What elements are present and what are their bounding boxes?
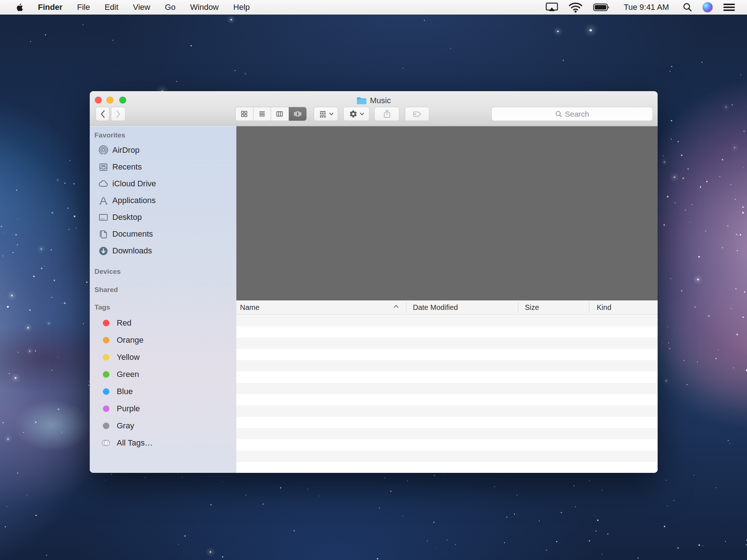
sidebar-tag-blue[interactable]: Blue	[90, 383, 236, 400]
sidebar-tag-purple[interactable]: Purple	[90, 400, 236, 417]
menu-clock[interactable]: Tue 9:41 AM	[620, 3, 673, 12]
file-view: Name Date Modified Size Kind	[236, 126, 658, 473]
desktop: { "menu_bar": { "app_name": "Finder", "m…	[0, 0, 747, 560]
chevron-down-icon	[360, 113, 364, 116]
tag-color-dot	[103, 388, 109, 395]
sidebar-tag-yellow[interactable]: Yellow	[90, 349, 236, 366]
edit-tags-button[interactable]	[405, 107, 429, 121]
column-header-date-modified[interactable]: Date Modified	[413, 300, 458, 314]
applications-icon	[98, 195, 109, 206]
search-icon	[555, 110, 562, 118]
sidebar-item-documents[interactable]: Documents	[90, 226, 236, 242]
gear-icon	[349, 110, 357, 118]
menu-file[interactable]: File	[77, 3, 90, 12]
sidebar-section-favorites: Favorites	[94, 131, 125, 139]
gallery-preview-area[interactable]	[236, 126, 658, 300]
view-as-columns-button[interactable]	[271, 107, 289, 121]
sidebar-item-desktop[interactable]: Desktop	[90, 209, 236, 226]
list-header: Name Date Modified Size Kind	[236, 300, 658, 315]
view-as-gallery-button[interactable]	[289, 107, 307, 121]
sidebar-item-airdrop[interactable]: AirDrop	[90, 142, 236, 159]
view-as-icons-button[interactable]	[236, 107, 253, 121]
desktop-icon	[98, 212, 109, 223]
sidebar-item-recents[interactable]: Recents	[90, 159, 236, 175]
tag-color-dot	[103, 354, 109, 361]
tag-color-dot	[103, 337, 109, 343]
sidebar-section-shared: Shared	[94, 286, 118, 294]
menu-edit[interactable]: Edit	[105, 3, 119, 12]
share-button[interactable]	[374, 107, 399, 121]
sidebar-item-all-tags[interactable]: All Tags…	[90, 435, 236, 451]
window-title-area: Music	[90, 96, 658, 106]
downloads-icon	[98, 245, 109, 256]
notification-center-icon[interactable]	[723, 3, 735, 12]
icloud-drive-icon	[98, 178, 109, 189]
menu-go[interactable]: Go	[165, 3, 175, 12]
chevron-down-icon	[329, 113, 333, 116]
menu-bar: Finder File Edit View Go Window Help Tue…	[0, 0, 747, 15]
window-titlebar: Music	[90, 91, 658, 126]
sidebar-item-icloud-drive[interactable]: iCloud Drive	[90, 175, 236, 192]
column-header-size[interactable]: Size	[525, 300, 539, 314]
all-tags-icon	[101, 438, 111, 448]
spotlight-icon[interactable]	[683, 3, 692, 12]
tag-color-dot	[103, 371, 109, 378]
sidebar: Favorites AirDrop Recents iCloud Drive	[90, 126, 236, 473]
window-title: Music	[370, 96, 391, 105]
recents-icon	[98, 162, 109, 172]
sidebar-tag-orange[interactable]: Orange	[90, 332, 236, 349]
sort-ascending-icon	[393, 304, 399, 308]
group-by-button[interactable]	[314, 107, 338, 121]
sidebar-tag-red[interactable]: Red	[90, 315, 236, 331]
battery-icon[interactable]	[593, 3, 610, 12]
view-as-list-button[interactable]	[253, 107, 271, 121]
tag-color-dot	[103, 405, 109, 412]
tag-color-dot	[103, 423, 109, 429]
sidebar-tag-green[interactable]: Green	[90, 366, 236, 383]
menu-window[interactable]: Window	[190, 3, 218, 12]
airplay-icon[interactable]	[546, 3, 558, 12]
documents-icon	[98, 229, 109, 240]
folder-icon	[356, 97, 367, 105]
sidebar-section-devices: Devices	[94, 268, 121, 276]
sidebar-item-downloads[interactable]: Downloads	[90, 242, 236, 259]
finder-window: Music	[90, 91, 658, 473]
column-header-kind[interactable]: Kind	[597, 300, 611, 314]
forward-button[interactable]	[111, 107, 125, 121]
view-mode-segmented-control	[235, 107, 307, 121]
action-menu-button[interactable]	[343, 107, 369, 121]
column-header-name[interactable]: Name	[240, 300, 259, 314]
menu-view[interactable]: View	[133, 3, 150, 12]
wifi-icon[interactable]	[568, 2, 583, 13]
tag-color-dot	[103, 320, 109, 326]
search-input[interactable]: Search	[491, 107, 653, 121]
airdrop-icon	[98, 145, 109, 156]
search-placeholder: Search	[565, 110, 589, 118]
apple-menu-icon[interactable]	[16, 3, 23, 12]
siri-icon[interactable]	[703, 2, 713, 12]
file-list[interactable]	[236, 315, 658, 473]
sidebar-item-applications[interactable]: Applications	[90, 192, 236, 209]
menu-app-name[interactable]: Finder	[38, 3, 62, 12]
menu-help[interactable]: Help	[233, 3, 250, 12]
sidebar-section-tags: Tags	[94, 303, 110, 311]
sidebar-tag-gray[interactable]: Gray	[90, 417, 236, 434]
back-button[interactable]	[96, 107, 109, 121]
